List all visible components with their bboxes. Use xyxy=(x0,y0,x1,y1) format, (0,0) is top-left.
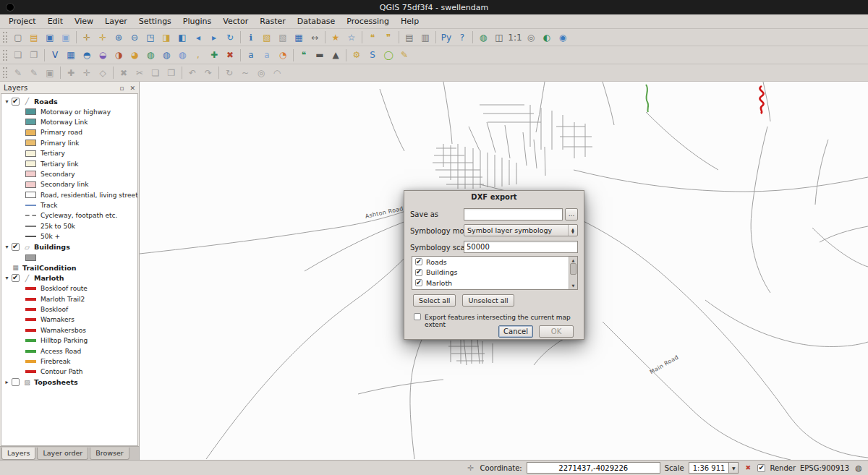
zoom-to-selection-icon[interactable]: ◨ xyxy=(158,30,174,45)
help-contents-icon[interactable]: ? xyxy=(454,30,470,45)
add-wms-layer-icon[interactable]: ◍ xyxy=(142,48,158,63)
globe-view-icon[interactable]: ◐ xyxy=(539,30,555,45)
text-annotation-icon[interactable]: ❝ xyxy=(365,30,380,45)
project-new-icon[interactable]: ▢ xyxy=(10,30,26,45)
map-tips-icon[interactable]: ❝ xyxy=(296,48,312,63)
map-overview-icon[interactable]: ◎ xyxy=(523,30,539,45)
crs-transform-icon[interactable]: ◉ xyxy=(555,30,571,45)
remove-layer-icon[interactable]: ✖ xyxy=(222,48,238,63)
save-as-input[interactable] xyxy=(464,208,563,221)
layer-visibility-checkbox[interactable] xyxy=(12,98,20,106)
zoom-out-icon[interactable]: ⊖ xyxy=(127,30,142,45)
chevron-down-icon[interactable]: ▾ xyxy=(3,244,11,250)
cancel-button[interactable]: Cancel xyxy=(498,325,533,338)
pan-map-icon[interactable]: ✛ xyxy=(79,30,95,45)
symbology-mode-select[interactable]: Symbol layer symbology ▲▼ xyxy=(464,224,578,236)
layer-row-contour-path[interactable]: Contour Path xyxy=(1,367,137,377)
menu-item-raster[interactable]: Raster xyxy=(254,14,291,28)
dxf-layer-item-buildings[interactable]: Buildings xyxy=(412,268,577,278)
layer-row-hilltop-parking[interactable]: Hilltop Parking xyxy=(1,335,137,346)
extent-checkbox[interactable] xyxy=(414,313,421,320)
layer-select-checkbox[interactable] xyxy=(415,269,422,276)
layer-row-primary-road[interactable]: Primary road xyxy=(1,127,137,137)
toolbar-handle[interactable] xyxy=(3,32,7,43)
layer-row-boskloof-route[interactable]: Boskloof route xyxy=(1,283,137,294)
coordinate-input[interactable] xyxy=(527,462,660,474)
layer-row-road-residential-living-street-etc[interactable]: Road, residential, living street, etc. xyxy=(1,190,137,200)
layer-row-marloth-trail2[interactable]: Marloth Trail2 xyxy=(1,294,137,304)
layer-row-trailcondition[interactable]: ▦TrailCondition xyxy=(1,262,137,273)
layer-row-motorway-link[interactable]: Motorway Link xyxy=(1,117,137,127)
menu-item-database[interactable]: Database xyxy=(292,14,341,28)
zoom-last-icon[interactable]: ◂ xyxy=(190,30,206,45)
symbology-scale-input[interactable] xyxy=(464,241,578,253)
map-refresh-icon[interactable]: ↻ xyxy=(222,30,238,45)
scale-select[interactable]: 1:36 911 ▼ xyxy=(689,462,739,474)
select-all-button[interactable]: Select all xyxy=(413,294,456,307)
measure-line-icon[interactable]: ↔ xyxy=(307,30,323,45)
layer-row-wamakersbos[interactable]: Wamakersbos xyxy=(1,325,137,335)
layer-row-cycleway-footpath-etc[interactable]: Cycleway, footpath etc. xyxy=(1,210,137,221)
zoom-to-layer-icon[interactable]: ◧ xyxy=(174,30,190,45)
project-save-as-icon[interactable]: ▣ xyxy=(58,30,74,45)
add-delimited-text-icon[interactable]: , xyxy=(190,48,206,63)
add-wcs-layer-icon[interactable]: ◍ xyxy=(158,48,174,63)
select-features-icon[interactable]: ▧ xyxy=(259,30,275,45)
deselect-features-icon[interactable]: ▧ xyxy=(275,30,291,45)
layer-row-marloth[interactable]: ▾╱Marloth xyxy=(1,273,137,283)
paste-style-icon[interactable]: ❐ xyxy=(26,48,42,63)
panel-tab-browser[interactable]: Browser xyxy=(90,448,129,460)
python-plugin-icon[interactable]: S xyxy=(365,48,380,63)
menu-item-settings[interactable]: Settings xyxy=(133,14,177,28)
ok-button[interactable]: OK xyxy=(539,325,574,338)
move-annotation-icon[interactable]: ❞ xyxy=(380,30,396,45)
layer-row-access-road[interactable]: Access Road xyxy=(1,346,137,356)
menu-item-vector[interactable]: Vector xyxy=(217,14,254,28)
new-bookmark-icon[interactable]: ★ xyxy=(328,30,344,45)
add-wfs-layer-icon[interactable]: ◍ xyxy=(174,48,190,63)
layer-row-tertiary-link[interactable]: Tertiary link xyxy=(1,158,137,168)
processing-toolbox-icon[interactable]: ⚙ xyxy=(349,48,365,63)
project-save-icon[interactable]: ▣ xyxy=(42,30,58,45)
add-postgis-layer-icon[interactable]: ◓ xyxy=(79,48,95,63)
python-console-icon[interactable]: Py xyxy=(438,30,454,45)
menu-item-help[interactable]: Help xyxy=(395,14,425,28)
toolbar-handle[interactable] xyxy=(3,67,7,78)
diagram-settings-icon[interactable]: ◔ xyxy=(275,48,291,63)
chevron-right-icon[interactable]: ▸ xyxy=(3,379,11,385)
layer-row-motorway-or-highway[interactable]: Motorway or highway xyxy=(1,106,137,116)
layer-row-toposheets[interactable]: ▸▨Toposheets xyxy=(1,377,137,388)
layer-select-checkbox[interactable] xyxy=(415,258,422,265)
menu-item-processing[interactable]: Processing xyxy=(341,14,395,28)
add-mssql-layer-icon[interactable]: ◑ xyxy=(111,48,127,63)
scrollbar-thumb[interactable] xyxy=(570,263,576,275)
layer-visibility-checkbox[interactable] xyxy=(12,274,20,282)
chevron-down-icon[interactable]: ▾ xyxy=(3,275,11,281)
dxf-export-icon[interactable]: ✎ xyxy=(396,48,412,63)
scroll-down-icon[interactable]: ▼ xyxy=(569,283,577,288)
dxf-layer-item-roads[interactable]: Roads xyxy=(412,257,577,268)
layer-visibility-checkbox[interactable] xyxy=(12,378,20,386)
new-shapefile-layer-icon[interactable]: ✚ xyxy=(206,48,222,63)
render-checkbox[interactable] xyxy=(757,464,765,472)
stop-render-icon[interactable]: ✖ xyxy=(743,463,753,473)
spinner-arrows-icon[interactable]: ▲▼ xyxy=(568,225,577,236)
layer-row-primary-link[interactable]: Primary link xyxy=(1,138,137,148)
layer-row-tertiary[interactable]: Tertiary xyxy=(1,148,137,158)
toolbar-handle[interactable] xyxy=(3,50,7,61)
project-open-icon[interactable]: ▤ xyxy=(26,30,42,45)
menu-item-project[interactable]: Project xyxy=(3,14,42,28)
menu-item-view[interactable]: View xyxy=(69,14,99,28)
titlebar[interactable]: QGIS 75df3f4 - swellendam xyxy=(0,0,868,14)
labeling-icon[interactable]: a xyxy=(243,48,259,63)
chevron-down-icon[interactable]: ▾ xyxy=(3,98,11,105)
layer-row-buildings[interactable]: ▾▱Buildings xyxy=(1,241,137,252)
layer-row-wamakers[interactable]: Wamakers xyxy=(1,314,137,325)
label-settings-icon[interactable]: a xyxy=(259,48,275,63)
layers-select-list[interactable]: ▲ ▼ RoadsBuildingsMarloth xyxy=(412,256,578,290)
browse-button[interactable]: ... xyxy=(565,208,578,221)
layer-row-secondary-link[interactable]: Secondary link xyxy=(1,179,137,189)
menu-item-layer[interactable]: Layer xyxy=(99,14,133,28)
menu-item-edit[interactable]: Edit xyxy=(42,14,69,28)
panel-tab-layers[interactable]: Layers xyxy=(1,448,35,460)
